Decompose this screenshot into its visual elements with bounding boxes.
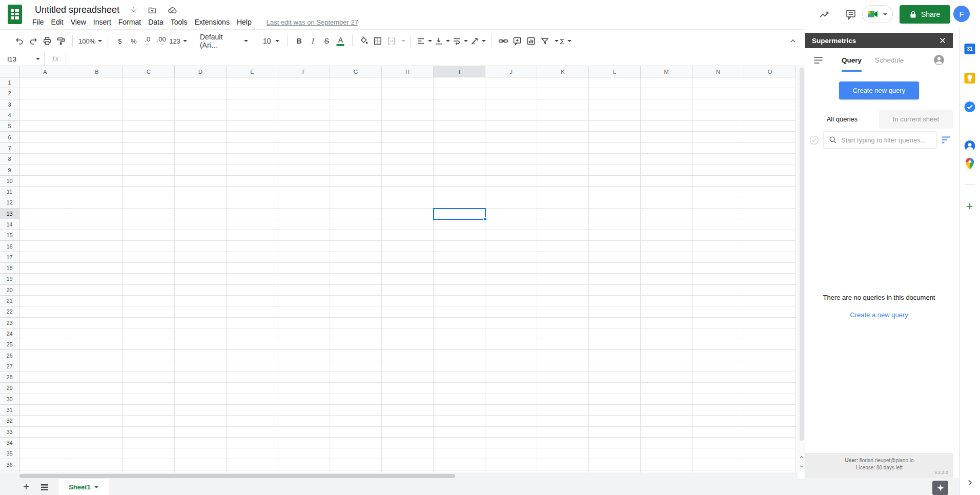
cell-F34[interactable]	[278, 438, 330, 448]
cell-J15[interactable]	[485, 230, 537, 241]
cell-I30[interactable]	[434, 394, 485, 405]
cell-H12[interactable]	[382, 197, 434, 208]
cell-I34[interactable]	[434, 438, 485, 448]
cell-K18[interactable]	[537, 263, 589, 274]
cell-A9[interactable]	[19, 164, 71, 175]
cell-E15[interactable]	[227, 230, 278, 241]
filter-queries-input[interactable]	[841, 136, 931, 144]
tab-in-current-sheet[interactable]: In current sheet	[879, 110, 953, 129]
cell-G7[interactable]	[330, 143, 382, 154]
cell-B21[interactable]	[71, 296, 123, 306]
cell-K27[interactable]	[537, 361, 589, 372]
cell-M34[interactable]	[641, 438, 692, 448]
cell-O23[interactable]	[744, 318, 796, 328]
cell-M25[interactable]	[641, 339, 692, 350]
cell-J7[interactable]	[485, 143, 537, 154]
cell-G30[interactable]	[330, 394, 382, 405]
cell-H24[interactable]	[382, 328, 434, 339]
cell-L35[interactable]	[589, 448, 641, 459]
strikethrough-button[interactable]: S	[320, 34, 334, 48]
cell-H36[interactable]	[382, 459, 434, 470]
cell-O10[interactable]	[744, 176, 796, 187]
cell-L29[interactable]	[589, 383, 641, 394]
cell-H35[interactable]	[382, 448, 434, 459]
share-button[interactable]: Share	[900, 5, 950, 24]
cell-E23[interactable]	[227, 318, 278, 328]
cell-N15[interactable]	[692, 230, 744, 241]
cell-B36[interactable]	[71, 459, 123, 470]
cell-F27[interactable]	[278, 361, 330, 372]
cell-C9[interactable]	[123, 164, 175, 175]
cell-M1[interactable]	[641, 77, 692, 88]
cell-K3[interactable]	[537, 99, 589, 110]
get-add-ons-icon[interactable]: +	[967, 201, 973, 212]
cell-N2[interactable]	[692, 88, 744, 99]
cell-B9[interactable]	[71, 164, 123, 175]
cell-F1[interactable]	[278, 77, 330, 88]
cell-D6[interactable]	[175, 132, 227, 142]
menu-icon[interactable]	[813, 56, 823, 64]
cell-A25[interactable]	[19, 339, 71, 350]
bold-button[interactable]: B	[292, 34, 306, 48]
cell-O36[interactable]	[744, 459, 796, 470]
cell-F25[interactable]	[278, 339, 330, 350]
cell-N33[interactable]	[692, 427, 744, 438]
cell-I1[interactable]	[434, 77, 485, 88]
cell-B24[interactable]	[71, 328, 123, 339]
row-header-22[interactable]: 22	[0, 306, 19, 317]
row-header-17[interactable]: 17	[0, 252, 19, 263]
row-header-16[interactable]: 16	[0, 241, 19, 252]
cell-D30[interactable]	[175, 394, 227, 405]
all-sheets-button[interactable]	[40, 484, 49, 491]
cell-F31[interactable]	[278, 405, 330, 416]
row-header-8[interactable]: 8	[0, 154, 19, 164]
text-color-button[interactable]: A	[334, 34, 348, 48]
cell-K21[interactable]	[537, 296, 589, 306]
keep-icon[interactable]	[965, 73, 975, 84]
cell-C1[interactable]	[123, 77, 175, 88]
cell-E19[interactable]	[227, 274, 278, 284]
column-header-J[interactable]: J	[485, 66, 537, 77]
cell-L4[interactable]	[589, 110, 641, 121]
cell-J4[interactable]	[485, 110, 537, 121]
cell-C4[interactable]	[123, 110, 175, 121]
cell-D9[interactable]	[175, 164, 227, 175]
cell-E30[interactable]	[227, 394, 278, 405]
cell-K9[interactable]	[537, 164, 589, 175]
cell-F26[interactable]	[278, 350, 330, 361]
cell-N29[interactable]	[692, 383, 744, 394]
cell-G1[interactable]	[330, 77, 382, 88]
cell-K7[interactable]	[537, 143, 589, 154]
cell-A34[interactable]	[19, 438, 71, 448]
cell-A27[interactable]	[19, 361, 71, 372]
cell-D14[interactable]	[175, 219, 227, 230]
cell-O32[interactable]	[744, 416, 796, 426]
cell-N17[interactable]	[692, 252, 744, 263]
cell-O11[interactable]	[744, 187, 796, 197]
cell-N35[interactable]	[692, 448, 744, 459]
cell-I4[interactable]	[434, 110, 485, 121]
cell-K4[interactable]	[537, 110, 589, 121]
cell-F15[interactable]	[278, 230, 330, 241]
cell-O16[interactable]	[744, 241, 796, 252]
cell-C14[interactable]	[123, 219, 175, 230]
cell-D28[interactable]	[175, 372, 227, 383]
cell-E16[interactable]	[227, 241, 278, 252]
cell-J5[interactable]	[485, 121, 537, 132]
cell-C21[interactable]	[123, 296, 175, 306]
cell-L25[interactable]	[589, 339, 641, 350]
cell-O29[interactable]	[744, 383, 796, 394]
font-size-select[interactable]: 10	[260, 34, 282, 48]
cell-K30[interactable]	[537, 394, 589, 405]
cell-A7[interactable]	[19, 143, 71, 154]
cell-F33[interactable]	[278, 427, 330, 438]
cell-H26[interactable]	[382, 350, 434, 361]
row-header-24[interactable]: 24	[0, 328, 19, 339]
cell-B7[interactable]	[71, 143, 123, 154]
cell-B28[interactable]	[71, 372, 123, 383]
cell-H19[interactable]	[382, 274, 434, 284]
menu-item-help[interactable]: Help	[233, 17, 255, 27]
cloud-saved-icon[interactable]	[167, 6, 177, 15]
cell-O7[interactable]	[744, 143, 796, 154]
cell-N32[interactable]	[692, 416, 744, 426]
